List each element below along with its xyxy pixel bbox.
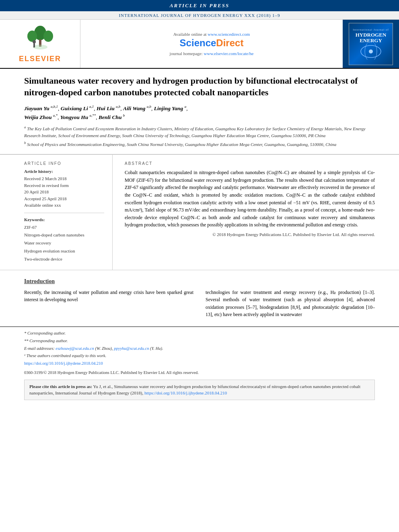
journal-homepage: journal homepage: www.elsevier.com/locat… xyxy=(170,51,254,56)
received-date: Received 2 March 2018 xyxy=(24,175,104,182)
affiliation-b: b School of Physics and Telecommunicatio… xyxy=(24,140,375,148)
author-benli: Benli Chu xyxy=(99,114,121,120)
footnotes-section: * Corresponding author. ** Corresponding… xyxy=(0,327,399,370)
email-2-link[interactable]: ppyyhu@scut.edu.cn xyxy=(114,346,149,351)
sciencedirect-logo: ScienceDirect xyxy=(180,37,244,49)
introduction-section: Introduction Recently, the increasing of… xyxy=(0,270,399,327)
author-guixiang: Guixiang Li xyxy=(61,105,88,111)
article-title-section: Simultaneous water recovery and hydrogen… xyxy=(0,69,399,154)
affiliations: a The Key Lab of Pollution Control and E… xyxy=(24,125,375,148)
introduction-left-col: Recently, the increasing of water pollut… xyxy=(24,289,193,318)
accepted-date: Accepted 25 April 2018 xyxy=(24,195,104,202)
svg-rect-6 xyxy=(33,43,35,47)
citation-doi-link[interactable]: https://doi.org/10.1016/j.ijhydene.2018.… xyxy=(144,390,227,395)
footnote-corresponding-1: * Corresponding author. xyxy=(24,330,375,337)
svg-point-1 xyxy=(27,31,37,42)
article-info-label: ARTICLE INFO xyxy=(24,161,104,166)
article-in-press-banner: ARTICLE IN PRESS xyxy=(0,0,399,11)
keyword-5: Two-electrode device xyxy=(24,255,104,263)
author-linjing: Linjing Yang xyxy=(154,105,183,111)
bottom-copyright: 0360-3199/© 2018 Hydrogen Energy Publica… xyxy=(0,370,399,376)
elsevier-wordmark: ELSEVIER xyxy=(19,55,61,63)
citation-box: Please cite this article in press as: Yu… xyxy=(24,380,375,400)
introduction-text-columns: Recently, the increasing of water pollut… xyxy=(24,289,375,318)
introduction-right-text: technologies for water treatment and ene… xyxy=(206,289,375,318)
article-info-abstract-section: ARTICLE INFO Article history: Received 2… xyxy=(0,154,399,270)
introduction-title: Introduction xyxy=(24,278,375,285)
top-header: ELSEVIER Available online at www.science… xyxy=(0,20,399,69)
info-divider xyxy=(24,213,104,213)
authors-line: Jiayuan Yu a,b,1, Guixiang Li a,1, Hui L… xyxy=(24,104,375,121)
introduction-right-col: technologies for water treatment and ene… xyxy=(206,289,375,318)
center-header: Available online at www.sciencedirect.co… xyxy=(80,20,343,68)
author-hui: Hui Liu xyxy=(97,105,115,111)
svg-point-9 xyxy=(369,49,373,53)
sciencedirect-url[interactable]: www.sciencedirect.com xyxy=(208,32,250,37)
hydrogen-journal-box: International Journal of HYDROGEN ENERGY xyxy=(343,20,399,68)
hydrogen-journal-graphic xyxy=(359,43,383,60)
article-info-column: ARTICLE INFO Article history: Received 2… xyxy=(24,155,113,269)
footnote-doi: https://doi.org/10.1016/j.ijhydene.2018.… xyxy=(24,360,375,367)
keyword-3: Water recovery xyxy=(24,239,104,247)
email-label: E-mail addresses: xyxy=(24,346,55,351)
email-2-name: (Y. Hu). xyxy=(150,346,163,351)
hydrogen-journal-cover: International Journal of HYDROGEN ENERGY xyxy=(349,23,393,65)
elsevier-tree-icon xyxy=(20,25,60,53)
elsevier-logo-box: ELSEVIER xyxy=(0,20,80,68)
svg-point-4 xyxy=(33,45,47,49)
abstract-copyright: © 2018 Hydrogen Energy Publications LLC.… xyxy=(125,232,375,237)
journal-homepage-link[interactable]: www.elsevier.com/locate/he xyxy=(204,51,254,56)
hj-title-main: HYDROGEN ENERGY xyxy=(351,32,391,44)
keywords-list: ZIF-67 Nitrogen-doped carbon nanotubes W… xyxy=(24,224,104,263)
svg-point-2 xyxy=(43,31,53,42)
available-online: Available online xxx xyxy=(24,202,104,209)
abstract-label: ABSTRACT xyxy=(125,161,375,166)
author-yongyou: Yongyou Hu xyxy=(60,114,88,120)
hj-title-top: International Journal of xyxy=(353,28,389,31)
introduction-left-text: Recently, the increasing of water pollut… xyxy=(24,289,193,304)
footnote-equal-contribution: ¹ These authors contributed equally to t… xyxy=(24,353,375,359)
keywords-heading: Keywords: xyxy=(24,217,104,222)
article-main-title: Simultaneous water recovery and hydrogen… xyxy=(24,75,375,98)
keyword-4: Hydrogen evolution reaction xyxy=(24,247,104,255)
affiliation-a: a The Key Lab of Pollution Control and E… xyxy=(24,125,375,139)
journal-header-bar: INTERNATIONAL JOURNAL OF HYDROGEN ENERGY… xyxy=(0,11,399,20)
email-1-name: (W. Zhou), xyxy=(95,346,113,351)
footnote-emails: E-mail addresses: eszhouwj@scut.edu.cn (… xyxy=(24,345,375,352)
keyword-2: Nitrogen-doped carbon nanotubes xyxy=(24,231,104,239)
article-history-heading: Article history: xyxy=(24,169,104,174)
svg-point-5 xyxy=(33,40,36,43)
citation-prefix: Please cite this article in press as: xyxy=(29,384,92,389)
author-jiayuan: Jiayuan Yu xyxy=(24,105,49,111)
keyword-1: ZIF-67 xyxy=(24,224,104,232)
author-weijia: Weijia Zhou xyxy=(24,114,51,120)
available-online-label: Available online at www.sciencedirect.co… xyxy=(173,32,250,37)
abstract-text: Cobalt nanoparticles encapsulated in nit… xyxy=(125,169,375,229)
abstract-column: ABSTRACT Cobalt nanoparticles encapsulat… xyxy=(125,155,375,269)
footnote-corresponding-2: ** Corresponding author. xyxy=(24,338,375,344)
author-aili: Aili Wang xyxy=(123,105,145,111)
email-1-link[interactable]: eszhouwj@scut.edu.cn xyxy=(56,346,94,351)
received-revised-date: 20 April 2018 xyxy=(24,189,104,195)
received-revised-label: Received in revised form xyxy=(24,182,104,189)
doi-link[interactable]: https://doi.org/10.1016/j.ijhydene.2018.… xyxy=(24,361,103,366)
